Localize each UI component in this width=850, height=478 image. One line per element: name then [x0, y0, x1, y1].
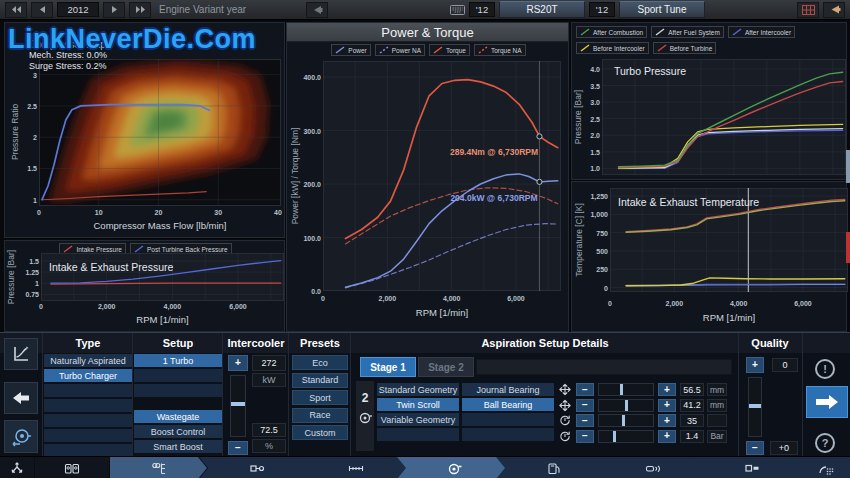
- decrease-button[interactable]: −: [576, 430, 594, 443]
- type-option[interactable]: Naturally Aspirated: [44, 354, 132, 367]
- power-y-ticks: 400.0300.0200.0100.00.0: [297, 61, 321, 291]
- legend-chip-after-combustion[interactable]: After Combustion: [576, 26, 647, 38]
- slider-track[interactable]: [598, 399, 654, 412]
- slider-track[interactable]: [598, 414, 654, 427]
- undo-arrow-icon[interactable]: [306, 2, 328, 18]
- bearing-option[interactable]: Ball Bearing: [462, 398, 554, 411]
- quality-decrease-button[interactable]: −: [746, 441, 764, 455]
- turbo-comparison-button[interactable]: [4, 420, 38, 453]
- skip-forward-icon[interactable]: [129, 2, 151, 18]
- nav-tab-tree[interactable]: [110, 457, 207, 478]
- nav-tab-dyno[interactable]: [694, 457, 805, 478]
- increase-button[interactable]: +: [658, 414, 676, 427]
- legend-swatch-icon: [732, 28, 742, 36]
- slider-handle[interactable]: [625, 400, 628, 411]
- nav-tab-piston[interactable]: [199, 457, 310, 478]
- quality-slider-handle[interactable]: [749, 404, 761, 408]
- x-tick-label: 6,000: [794, 300, 812, 307]
- slider-value: 35: [680, 414, 704, 427]
- torque-curve-view-button[interactable]: [4, 338, 38, 370]
- stage-1-tab[interactable]: Stage 1: [360, 357, 416, 377]
- intercooler-slider-handle[interactable]: [231, 402, 245, 406]
- geometry-option[interactable]: Twin Scroll: [377, 398, 459, 411]
- preset-button[interactable]: Race: [292, 408, 348, 423]
- turbo-y-axis-label: Pressure [Bar]: [573, 67, 583, 167]
- turbo-count-option[interactable]: 1 Turbo: [134, 354, 222, 367]
- bearing-option[interactable]: Journal Bearing: [462, 383, 554, 396]
- stage-2-tab[interactable]: Stage 2: [418, 357, 474, 377]
- nav-tab-valvetrain[interactable]: [298, 457, 409, 478]
- piston-icon: [249, 461, 265, 476]
- nav-tab-branch[interactable]: [0, 457, 34, 478]
- presets-header: Presets: [290, 335, 350, 351]
- turbo-snail-icon: [358, 411, 372, 425]
- intercooler-increase-button[interactable]: +: [228, 355, 248, 371]
- help-icon[interactable]: ?: [815, 433, 835, 453]
- legend-label: After Combustion: [593, 29, 643, 36]
- preset-button[interactable]: Standard: [292, 373, 348, 388]
- markers-grid-icon[interactable]: [797, 2, 819, 18]
- exit-arrow-icon[interactable]: [823, 2, 845, 18]
- intercooler-slider-track[interactable]: [230, 375, 246, 437]
- legend-chip-power-na[interactable]: Power NA: [375, 44, 425, 56]
- back-button[interactable]: [4, 382, 38, 414]
- x-tick-label: 6,000: [507, 295, 525, 302]
- x-tick-label: 4,000: [730, 300, 748, 307]
- nav-tab-exhaust[interactable]: [595, 457, 706, 478]
- decrease-button[interactable]: −: [576, 414, 594, 427]
- y-tick-label: 1.0: [590, 165, 600, 172]
- aspiration-slider-row: −+1.4Bar: [558, 430, 734, 443]
- nav-tab-engine[interactable]: [35, 457, 109, 478]
- x-tick-label: 6,000: [229, 303, 247, 310]
- turbo-y-ticks: 4.03.53.02.52.01.51.0: [580, 59, 600, 175]
- legend-chip-after-fuel-system[interactable]: After Fuel System: [651, 26, 724, 38]
- geometry-option[interactable]: Variable Geometry: [377, 413, 459, 426]
- nav-tab-turbo[interactable]: [397, 457, 508, 478]
- skip-back-icon[interactable]: [5, 2, 27, 18]
- increase-button[interactable]: +: [658, 430, 676, 443]
- quality-delta-value: +0: [770, 441, 798, 455]
- turbo-count-option: [134, 384, 222, 397]
- quality-slider-track[interactable]: [748, 377, 762, 437]
- preset-button[interactable]: Custom: [292, 425, 348, 440]
- type-option[interactable]: Turbo Charger: [44, 369, 132, 382]
- intercooler-efficiency-value: 72.5: [252, 423, 286, 437]
- quality-increase-button[interactable]: +: [746, 357, 764, 373]
- rotate-adjust-icon: [558, 414, 572, 427]
- legend-chip-after-intercooler[interactable]: After Intercooler: [728, 26, 795, 38]
- slider-handle[interactable]: [620, 384, 623, 395]
- legend-chip-power[interactable]: Power: [331, 44, 370, 56]
- legend-chip-before-turbine[interactable]: Before Turbine: [653, 42, 717, 54]
- slider-handle[interactable]: [622, 415, 625, 426]
- legend-chip-torque[interactable]: Torque: [429, 44, 470, 56]
- increase-button[interactable]: +: [658, 399, 676, 412]
- engine-variant-year-label: Engine Variant year: [159, 4, 246, 15]
- next-step-button[interactable]: [806, 386, 848, 418]
- x-tick-label: 40: [274, 209, 282, 216]
- legend-chip-before-intercooler[interactable]: Before Intercooler: [576, 42, 649, 54]
- geometry-option[interactable]: Standard Geometry: [377, 383, 459, 396]
- slider-track[interactable]: [598, 430, 654, 443]
- increase-button[interactable]: +: [658, 383, 676, 396]
- forward-icon[interactable]: [103, 2, 125, 18]
- intercooler-decrease-button[interactable]: −: [228, 441, 248, 455]
- pressure-y-ticks: 1.51.2510.75: [17, 253, 39, 301]
- decrease-button[interactable]: −: [576, 399, 594, 412]
- aspiration-details-header: Aspiration Setup Details: [352, 335, 738, 351]
- boost-control-option[interactable]: Smart Boost: [134, 440, 222, 453]
- decrease-button[interactable]: −: [576, 383, 594, 396]
- warning-info-icon[interactable]: !: [815, 359, 835, 379]
- preset-button[interactable]: Eco: [292, 355, 348, 370]
- preset-button[interactable]: Sport: [292, 390, 348, 405]
- slider-handle[interactable]: [613, 431, 616, 442]
- legend-chip-torque-na[interactable]: Torque NA: [474, 44, 526, 56]
- boost-control-option[interactable]: Boost Control: [134, 425, 222, 438]
- back-icon[interactable]: [31, 2, 53, 18]
- nav-tab-fuel[interactable]: [496, 457, 607, 478]
- family-name-button[interactable]: RS20T: [499, 1, 585, 18]
- y-tick-label: 1,250: [590, 193, 608, 200]
- boost-control-option[interactable]: Wastegate: [134, 410, 222, 423]
- slider-track[interactable]: [598, 383, 654, 396]
- x-tick-label: 2,000: [666, 300, 684, 307]
- variant-name-button[interactable]: Sport Tune: [619, 1, 705, 18]
